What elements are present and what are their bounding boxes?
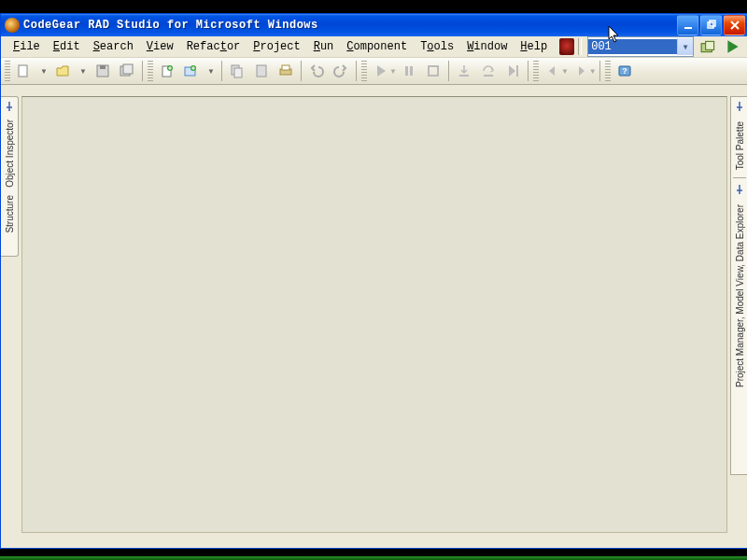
svg-rect-23 [484, 75, 493, 77]
separator [221, 61, 222, 81]
run-to-cursor-button[interactable] [500, 59, 525, 83]
new-button[interactable]: ▼ [12, 59, 51, 83]
pause-button[interactable] [397, 59, 421, 83]
menu-component[interactable]: Component [340, 38, 414, 55]
add-project-button[interactable]: ▼ [179, 59, 218, 83]
redo-button[interactable] [329, 59, 353, 83]
save-all-button[interactable] [115, 59, 139, 83]
desktop-combo-value: 001 [588, 39, 677, 54]
pin-icon[interactable] [734, 184, 745, 195]
svg-rect-21 [429, 66, 438, 76]
title-bar: CodeGear RAD Studio for Microsoft Window… [1, 14, 747, 36]
svg-rect-9 [123, 64, 133, 74]
toolbar-grip[interactable] [533, 61, 539, 81]
menu-refactor[interactable]: Refactor [180, 38, 247, 55]
save-desktop-icon[interactable] [699, 37, 718, 56]
copy-button[interactable] [225, 59, 249, 83]
tab-project-manager[interactable]: Project Manager, Model View, Data Explor… [735, 199, 745, 393]
run-default-icon[interactable] [724, 37, 742, 56]
svg-rect-15 [234, 68, 242, 77]
tab-tool-palette[interactable]: Tool Palette [735, 116, 745, 175]
trace-into-button[interactable] [452, 59, 476, 83]
tab-structure[interactable]: Structure [5, 191, 15, 237]
client-area: Object Inspector Structure Tool Palette … [1, 83, 747, 540]
stop-button[interactable] [421, 59, 445, 83]
separator [356, 61, 357, 81]
app-icon [5, 18, 20, 33]
svg-text:?: ? [622, 66, 627, 76]
paste-button[interactable] [249, 59, 274, 83]
svg-rect-7 [100, 65, 106, 69]
main-toolbar: ▼ ▼ ▼ ▼ ▼ ▼ ? [1, 58, 747, 85]
menu-file-label: ile [20, 40, 40, 53]
design-canvas[interactable] [21, 96, 727, 533]
open-button[interactable]: ▼ [51, 59, 91, 83]
separator [448, 61, 449, 81]
svg-rect-24 [516, 65, 518, 77]
toolbar-divider [578, 38, 582, 55]
toolbar-grip[interactable] [361, 61, 367, 81]
svg-rect-22 [459, 75, 469, 77]
pin-icon[interactable] [734, 101, 745, 112]
right-dock: Tool Palette Project Manager, Model View… [730, 96, 747, 475]
menu-search[interactable]: Search [87, 38, 140, 55]
svg-rect-1 [708, 22, 713, 28]
toolbar-grip[interactable] [605, 61, 611, 81]
chevron-down-icon[interactable]: ▾ [677, 38, 693, 55]
menu-view[interactable]: View [140, 38, 180, 55]
minimize-button[interactable] [677, 15, 698, 35]
main-window: CodeGear RAD Studio for Microsoft Window… [0, 13, 747, 549]
help-button[interactable]: ? [613, 59, 637, 83]
window-title: CodeGear RAD Studio for Microsoft Window… [23, 19, 677, 32]
save-button[interactable] [91, 59, 115, 83]
menu-edit[interactable]: Edit [47, 38, 87, 55]
svg-rect-18 [282, 65, 289, 70]
menu-tools[interactable]: Tools [414, 38, 460, 55]
separator [528, 61, 529, 81]
svg-rect-19 [405, 66, 408, 76]
add-file-button[interactable] [155, 59, 179, 83]
spartan-icon [559, 38, 574, 55]
toolbar-grip[interactable] [148, 61, 153, 81]
step-over-button[interactable] [476, 59, 500, 83]
svg-rect-20 [410, 66, 413, 76]
menu-window[interactable]: Window [460, 38, 514, 55]
toolbar-grip[interactable] [5, 61, 10, 81]
desktop-combo[interactable]: 001 ▾ [587, 36, 694, 57]
separator [301, 61, 302, 81]
close-button[interactable] [724, 15, 745, 35]
separator [599, 61, 600, 81]
menu-bar: Fdocument.currentScript.previousElementS… [1, 36, 747, 58]
menu-file[interactable]: Fdocument.currentScript.previousElementS… [7, 38, 47, 55]
restore-button[interactable] [700, 15, 722, 35]
undo-button[interactable] [304, 59, 329, 83]
left-dock: Object Inspector Structure [1, 96, 19, 257]
tab-object-inspector[interactable]: Object Inspector [5, 116, 15, 191]
taskbar-sliver [0, 556, 747, 560]
svg-rect-0 [684, 27, 692, 29]
svg-rect-4 [706, 41, 714, 49]
dock-divider [733, 177, 746, 178]
menu-help[interactable]: Help [514, 38, 554, 55]
svg-rect-2 [710, 21, 715, 26]
svg-rect-16 [257, 65, 266, 77]
separator [142, 61, 143, 81]
menu-run[interactable]: Run [307, 38, 341, 55]
menu-project[interactable]: Project [247, 38, 306, 55]
svg-rect-5 [19, 65, 27, 77]
pin-icon[interactable] [4, 101, 15, 112]
print-button[interactable] [274, 59, 298, 83]
